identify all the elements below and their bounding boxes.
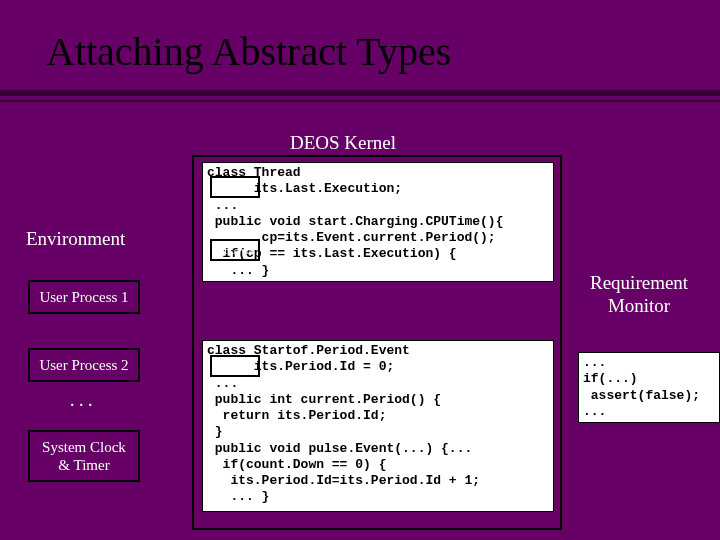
requirement-monitor-label: Requirement Monitor [590,272,688,318]
divider-thick [0,90,720,96]
system-clock-box: System Clock & Timer [28,430,140,482]
slide-title: Attaching Abstract Types [46,28,451,75]
env-ellipsis: . . . [70,390,93,411]
user-process-2-box: User Process 2 [28,348,140,382]
environment-label: Environment [26,228,125,250]
user-process-1-box: User Process 1 [28,280,140,314]
signs-badge-1: SIGNS [210,176,260,198]
divider-thin [0,100,720,102]
monitor-code: ... if(...) assert(false); ... [578,352,720,423]
kernel-label: DEOS Kernel [290,132,396,154]
signs-badge-3: SIGNS [210,355,260,377]
signs-badge-2: SIGNS [210,239,260,261]
